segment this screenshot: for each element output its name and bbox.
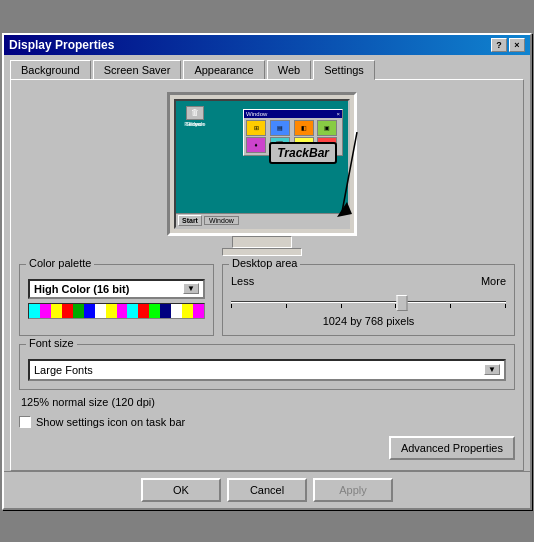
swatch-14 (171, 304, 182, 318)
swatch-12 (149, 304, 160, 318)
font-size-select[interactable]: Large Fonts ▼ (28, 359, 506, 381)
mini-icon-3: ◧ (294, 120, 314, 136)
mini-icon-1: ⊞ (246, 120, 266, 136)
help-button[interactable]: ? (491, 38, 507, 52)
desktop-area-group: Desktop area Less More (222, 264, 515, 336)
mini-icon-5: ♦ (246, 137, 266, 153)
desktop-icon-3: 🗑 Recycle (181, 106, 209, 127)
tab-appearance[interactable]: Appearance (183, 60, 264, 80)
color-swatches (28, 303, 205, 319)
swatch-7 (95, 304, 106, 318)
tab-bar: Background Screen Saver Appearance Web S… (4, 55, 530, 79)
advanced-btn-row: Advanced Properties (19, 436, 515, 460)
cancel-button[interactable]: Cancel (227, 478, 307, 502)
tick-3 (341, 304, 342, 308)
swatch-15 (182, 304, 193, 318)
font-size-value: Large Fonts (34, 364, 93, 376)
swatch-13 (160, 304, 171, 318)
tab-screensaver[interactable]: Screen Saver (93, 60, 182, 80)
dpi-text: 125% normal size (120 dpi) (21, 396, 515, 408)
tab-web[interactable]: Web (267, 60, 311, 80)
color-palette-label: Color palette (26, 257, 94, 269)
slider-line (231, 301, 506, 303)
font-size-dropdown-arrow[interactable]: ▼ (484, 364, 500, 375)
show-settings-checkbox[interactable] (19, 416, 31, 428)
monitor-preview-area: 🖥 Screen 📁 Files 🗑 Recycle (19, 88, 515, 264)
monitor-screen: 🖥 Screen 📁 Files 🗑 Recycle (174, 99, 350, 229)
font-size-label: Font size (26, 337, 77, 349)
color-palette-group: Color palette High Color (16 bit) ▼ (19, 264, 214, 336)
svg-line-0 (342, 132, 357, 212)
checkbox-row: Show settings icon on task bar (19, 416, 515, 428)
desktop-area-value: 1024 by 768 pixels (231, 315, 506, 327)
trackbar-label: TrackBar (269, 142, 337, 164)
swatch-1 (29, 304, 40, 318)
swatch-8 (106, 304, 117, 318)
svg-marker-1 (337, 202, 352, 217)
swatch-5 (73, 304, 84, 318)
tick-6 (505, 304, 506, 308)
ok-button[interactable]: OK (141, 478, 221, 502)
swatch-4 (62, 304, 73, 318)
monitor-container: 🖥 Screen 📁 Files 🗑 Recycle (167, 92, 357, 256)
close-button[interactable]: × (509, 38, 525, 52)
slider-labels: Less More (231, 275, 506, 287)
swatch-2 (40, 304, 51, 318)
swatch-3 (51, 304, 62, 318)
monitor-base (232, 236, 292, 248)
inner-taskbar: Start Window (176, 213, 348, 227)
start-button-inner: Start (178, 215, 202, 226)
more-label: More (481, 275, 506, 287)
swatch-10 (127, 304, 138, 318)
tick-5 (450, 304, 451, 308)
color-palette-select[interactable]: High Color (16 bit) ▼ (28, 279, 205, 299)
desktop-area-label: Desktop area (229, 257, 300, 269)
slider-ticks (231, 304, 506, 308)
inner-window-title: Window × (244, 110, 342, 118)
tab-background[interactable]: Background (10, 60, 91, 80)
mini-icon-2: ▤ (270, 120, 290, 136)
color-palette-value: High Color (16 bit) (34, 283, 129, 295)
swatch-16 (193, 304, 204, 318)
display-properties-window: Display Properties ? × Background Screen… (2, 33, 532, 510)
advanced-properties-button[interactable]: Advanced Properties (389, 436, 515, 460)
swatch-9 (117, 304, 128, 318)
slider-thumb[interactable] (396, 295, 407, 311)
slider-track[interactable] (231, 291, 506, 311)
taskbar-item: Window (204, 216, 239, 225)
title-bar-buttons: ? × (491, 38, 525, 52)
tick-2 (286, 304, 287, 308)
monitor: 🖥 Screen 📁 Files 🗑 Recycle (167, 92, 357, 236)
swatch-11 (138, 304, 149, 318)
window-title: Display Properties (9, 38, 114, 52)
swatch-6 (84, 304, 95, 318)
tab-settings[interactable]: Settings (313, 60, 375, 80)
mini-icon-4: ▣ (317, 120, 337, 136)
font-size-group: Font size Large Fonts ▼ (19, 344, 515, 390)
apply-button[interactable]: Apply (313, 478, 393, 502)
controls-row: Color palette High Color (16 bit) ▼ (19, 264, 515, 336)
less-label: Less (231, 275, 254, 287)
trackbar-arrow (337, 132, 417, 232)
settings-tab-content: 🖥 Screen 📁 Files 🗑 Recycle (10, 79, 524, 471)
tick-1 (231, 304, 232, 308)
show-settings-label: Show settings icon on task bar (36, 416, 185, 428)
dialog-bottom: OK Cancel Apply (4, 471, 530, 508)
icon-img-3: 🗑 (186, 106, 204, 120)
monitor-stand (222, 248, 302, 256)
color-palette-dropdown-arrow[interactable]: ▼ (183, 283, 199, 294)
title-bar: Display Properties ? × (4, 35, 530, 55)
